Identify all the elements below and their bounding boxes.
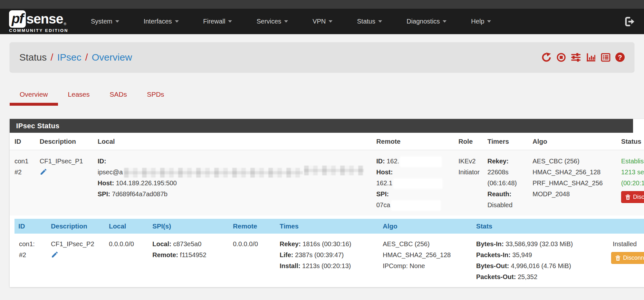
edit-icon[interactable] (40, 168, 47, 179)
cell-id: con1: #2 (14, 234, 48, 287)
packets-in-value: 35,949 (512, 251, 532, 258)
spi-remote-label: Remote: (152, 251, 178, 258)
panel-title: IPsec Status (10, 119, 633, 133)
packets-in-label: Packets-In: (476, 251, 511, 258)
col-stats: Stats (474, 219, 606, 234)
col-times: Times (277, 219, 380, 234)
breadcrumb-separator: / (51, 52, 53, 63)
nav-item-help[interactable]: Help (471, 18, 491, 25)
algo-dhgroup: MODP_2048 (533, 189, 616, 199)
child-sa-row: con1: #2 CF1_IPsec_P2 0.0.0.0/0 (14, 234, 644, 287)
edit-icon[interactable] (51, 251, 59, 262)
cell-role: IKEv2 Initiator (456, 150, 485, 216)
chevron-down-icon (175, 20, 179, 23)
child-status: Installed (613, 238, 643, 249)
spi-local-value: c873e5a0 (173, 240, 201, 247)
nav-item-diagnostics[interactable]: Diagnostics (407, 18, 447, 25)
cell-description: CF1_IPsec_P2 (48, 234, 106, 287)
nav-item-firewall[interactable]: Firewall (203, 18, 232, 25)
help-glyph: ? (618, 53, 622, 61)
cell-remote: ID: 162. Host: 162.1 SPI: 07ca (374, 150, 456, 216)
rekey-value: 22608s (487, 167, 527, 178)
status-age: 1213 seconds (621, 167, 644, 178)
reauth-label: Reauth: (487, 190, 511, 198)
nav-item-label: Status (357, 18, 375, 25)
nav-item-label: Firewall (203, 18, 226, 25)
cell-times: Rekey: 1816s (00:30:16) Life: 2387s (00:… (277, 234, 380, 287)
breadcrumb-separator: / (85, 52, 88, 63)
nav-item-label: VPN (312, 18, 326, 25)
pfsense-logo[interactable]: pf sense ® COMMUNITY EDITION (9, 10, 68, 33)
sliders-icon[interactable] (571, 52, 581, 62)
ike-id-number: #2 (14, 167, 34, 178)
nav-item-label: Help (471, 18, 484, 25)
trash-icon (625, 194, 630, 200)
breadcrumb-status: Status (19, 52, 47, 63)
tab-leases[interactable]: Leases (58, 87, 100, 103)
refresh-icon[interactable] (541, 52, 551, 62)
remote-id-value: 162. (387, 158, 399, 165)
col-description: Description (37, 133, 95, 150)
tab-sads[interactable]: SADs (100, 87, 137, 103)
col-algo: Algo (530, 133, 619, 150)
help-icon[interactable]: ? (615, 53, 625, 62)
cell-algo: AES_CBC (256) HMAC_SHA2_256_128 PRF_HMAC… (530, 150, 619, 216)
stop-icon[interactable] (556, 52, 566, 62)
top-strip (0, 0, 644, 9)
spi-remote-value: f1154952 (180, 251, 207, 258)
role-value: Initiator (458, 167, 482, 178)
pfsense-status-ipsec-page: pf sense ® COMMUNITY EDITION System Inte… (0, 0, 644, 300)
remote-host-value: 162.1 (376, 179, 392, 187)
local-id-label: ID: (98, 158, 106, 165)
child-sa-section: ID Description Local SPI(s) Remote Times… (10, 216, 644, 287)
remote-host-label: Host: (376, 169, 393, 176)
disconnect-label: Disconnect (623, 255, 644, 261)
child-sa-table: ID Description Local SPI(s) Remote Times… (14, 219, 644, 287)
breadcrumb-overview-link[interactable]: Overview (92, 52, 132, 63)
col-local: Local (106, 219, 150, 234)
algo-ipcomp: IPComp: None (383, 260, 471, 271)
cell-actions: Installed Disconnect (606, 234, 644, 287)
disconnect-child-button[interactable]: Disconnect (611, 252, 644, 264)
algo-encryption: AES_CBC (256) (383, 238, 471, 249)
cell-algo: AES_CBC (256) HMAC_SHA2_256_128 IPComp: … (380, 234, 474, 287)
ike-sa-table: ID Description Local Remote Role Timers … (10, 133, 644, 216)
nav-menu: System Interfaces Firewall Services VPN … (91, 18, 624, 25)
tab-bar: Overview Leases SADs SPDs (10, 87, 644, 103)
nav-item-services[interactable]: Services (256, 18, 288, 25)
rekey-label: Rekey: (487, 158, 509, 165)
local-host-value: 104.189.226.195:500 (116, 179, 177, 187)
chevron-down-icon (329, 20, 332, 23)
sign-out-icon[interactable] (624, 16, 635, 27)
nav-item-label: Services (256, 18, 281, 25)
tab-overview[interactable]: Overview (10, 87, 58, 103)
chevron-down-icon (284, 20, 288, 23)
bytes-in-label: Bytes-In: (476, 240, 504, 247)
col-id: ID (10, 133, 37, 150)
child-local-network: 0.0.0.0/0 (109, 238, 147, 249)
ike-sa-row: con1 #2 CF1_IPsec_P1 ID: ipsec@a Host: 1… (10, 150, 644, 216)
remote-spi-label: SPI: (376, 190, 389, 198)
logo-edition-text: COMMUNITY EDITION (9, 28, 68, 33)
algo-prf: PRF_HMAC_SHA2_256 (533, 178, 616, 189)
nav-item-interfaces[interactable]: Interfaces (144, 18, 179, 25)
child-table-header-row: ID Description Local SPI(s) Remote Times… (14, 219, 644, 234)
breadcrumb-ipsec-link[interactable]: IPsec (57, 52, 81, 63)
list-icon[interactable] (601, 52, 610, 62)
nav-item-status[interactable]: Status (357, 18, 382, 25)
bar-chart-icon[interactable] (586, 52, 596, 62)
tab-spds[interactable]: SPDs (137, 87, 174, 103)
col-algo: Algo (380, 219, 474, 234)
registered-mark: ® (64, 22, 66, 26)
col-status: Status (619, 133, 644, 150)
bytes-out-label: Bytes-Out: (476, 262, 509, 269)
rekey-label: Rekey: (280, 240, 301, 247)
child-description: CF1_IPsec_P2 (51, 238, 104, 249)
disconnect-button[interactable]: Disconnect (621, 191, 644, 203)
nav-item-vpn[interactable]: VPN (312, 18, 332, 25)
ipsec-status-panel: IPsec Status ID Description Local Remote… (10, 119, 644, 287)
nav-item-system[interactable]: System (91, 18, 119, 25)
rekey-value: 1816s (00:30:16) (303, 240, 351, 247)
col-remote: Remote (230, 219, 277, 234)
breadcrumb-bar: Status / IPsec / Overview ? (10, 42, 634, 72)
